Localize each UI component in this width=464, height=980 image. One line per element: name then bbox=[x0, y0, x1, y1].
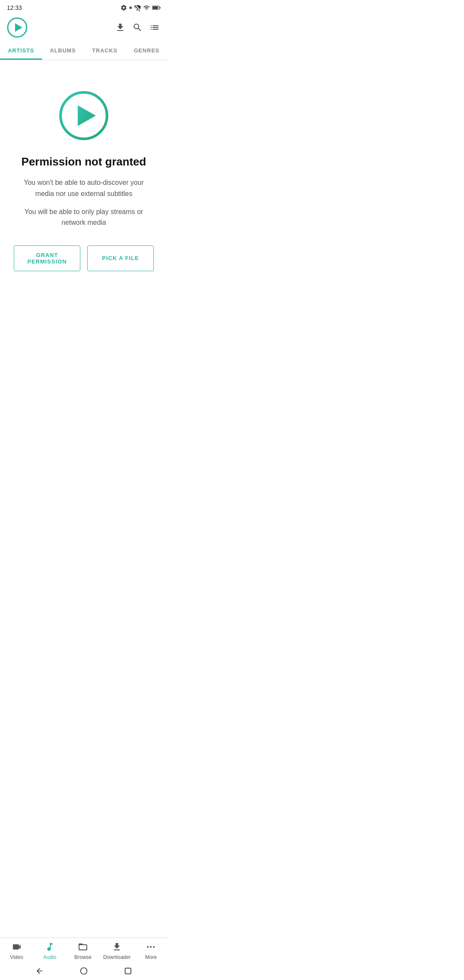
permission-title: Permission not granted bbox=[21, 155, 146, 168]
battery-icon bbox=[152, 4, 161, 11]
signal-icon bbox=[143, 4, 150, 11]
svg-marker-6 bbox=[78, 105, 96, 126]
download-button[interactable] bbox=[114, 21, 126, 34]
svg-marker-4 bbox=[15, 23, 22, 32]
status-icons bbox=[120, 4, 161, 11]
app-logo[interactable] bbox=[7, 17, 27, 38]
svg-rect-2 bbox=[160, 7, 161, 9]
pick-file-button[interactable]: PICK A FILE bbox=[87, 245, 154, 271]
tab-tracks[interactable]: TRACKS bbox=[84, 41, 126, 60]
status-bar: 12:33 bbox=[0, 0, 168, 14]
notification-dot bbox=[129, 6, 132, 9]
wifi-icon bbox=[134, 4, 141, 11]
svg-rect-1 bbox=[153, 6, 158, 9]
action-buttons: GRANT PERMISSION PICK A FILE bbox=[14, 245, 154, 271]
main-content: Permission not granted You won't be able… bbox=[0, 60, 168, 292]
tab-genres[interactable]: GENRES bbox=[126, 41, 168, 60]
gear-icon bbox=[120, 4, 127, 11]
status-time: 12:33 bbox=[7, 4, 22, 11]
list-view-button[interactable] bbox=[149, 21, 161, 34]
tab-artists[interactable]: ARTISTS bbox=[0, 41, 42, 60]
app-bar bbox=[0, 14, 168, 41]
tab-bar: ARTISTS ALBUMS TRACKS GENRES bbox=[0, 41, 168, 60]
grant-permission-button[interactable]: GRANT PERMISSION bbox=[14, 245, 80, 271]
search-button[interactable] bbox=[131, 21, 143, 34]
tab-albums[interactable]: ALBUMS bbox=[42, 41, 84, 60]
permission-play-icon bbox=[58, 90, 110, 141]
permission-desc2: You will be able to only play streams or… bbox=[14, 206, 154, 228]
app-bar-actions bbox=[114, 21, 161, 34]
permission-desc1: You won't be able to auto-discover your … bbox=[14, 177, 154, 199]
